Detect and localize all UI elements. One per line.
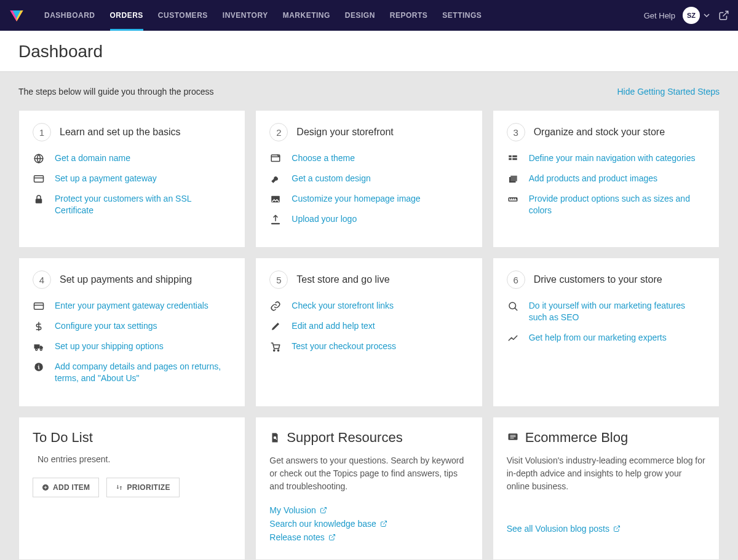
step-item-link[interactable]: Check your storefront links	[292, 300, 394, 312]
step-item-link[interactable]: Define your main navigation with categor…	[529, 152, 696, 164]
intro-bar: The steps below will guide you through t…	[18, 87, 720, 97]
step-item-link[interactable]: Do it yourself with our marketing featur…	[529, 300, 705, 323]
hide-steps-link[interactable]: Hide Getting Started Steps	[617, 87, 720, 97]
dollar-icon	[33, 321, 45, 332]
grid-icon	[507, 153, 519, 164]
svg-rect-17	[510, 176, 517, 181]
nav-tab-design[interactable]: DESIGN	[338, 0, 383, 31]
nav-tab-customers[interactable]: CUSTOMERS	[151, 0, 215, 31]
support-link[interactable]: My Volusion	[269, 505, 468, 515]
support-card: Support Resources Get answers to your qu…	[255, 417, 482, 560]
nav-tab-dashboard[interactable]: DASHBOARD	[37, 0, 103, 31]
step-item-link[interactable]: Protect your customers with an SSL Certi…	[55, 193, 231, 216]
step-item-link[interactable]: Get a custom design	[292, 173, 370, 184]
step-item-link[interactable]: Upload your logo	[292, 213, 357, 225]
globe-icon	[33, 153, 45, 164]
nav-tab-reports[interactable]: REPORTS	[383, 0, 435, 31]
card-icon	[33, 173, 45, 184]
svg-rect-15	[512, 158, 517, 160]
step-item: Check your storefront links	[269, 300, 468, 312]
step-item: Get help from our marketing experts	[507, 332, 705, 344]
todo-empty-text: No entries present.	[38, 454, 231, 464]
svg-rect-8	[36, 199, 42, 203]
step-item: Provide product options such as sizes an…	[507, 193, 705, 216]
step-item-link[interactable]: Choose a theme	[292, 152, 355, 164]
support-desc: Get answers to your questions. Search by…	[269, 454, 468, 493]
step-item-link[interactable]: Set up your shipping options	[55, 341, 164, 352]
blog-title: Ecommerce Blog	[525, 430, 629, 446]
step-item-link[interactable]: Enter your payment gateway credentials	[55, 300, 208, 312]
add-item-label: ADD ITEM	[53, 483, 90, 492]
step-title: Organize and stock your store	[534, 127, 665, 138]
step-card-4: 4Set up payments and shippingEnter your …	[18, 258, 245, 407]
svg-point-23	[40, 349, 42, 350]
nav-tab-orders[interactable]: ORDERS	[103, 0, 151, 31]
step-item-link[interactable]: Customize your homepage image	[292, 193, 420, 205]
step-title: Set up payments and shipping	[60, 274, 192, 285]
step-item: Add company details and pages on returns…	[33, 361, 231, 384]
step-title: Design your storefront	[296, 127, 393, 138]
step-item-link[interactable]: Add company details and pages on returns…	[55, 361, 231, 384]
svg-line-33	[331, 534, 335, 538]
nav-tab-inventory[interactable]: INVENTORY	[215, 0, 276, 31]
step-title: Drive customers to your store	[534, 274, 662, 285]
step-card-1: 1Learn and set up the basicsGet a domain…	[18, 110, 245, 248]
svg-point-26	[278, 350, 279, 351]
svg-rect-12	[509, 156, 512, 157]
svg-rect-6	[34, 176, 44, 183]
step-item: Enter your payment gateway credentials	[33, 300, 231, 312]
upload-icon	[269, 214, 282, 225]
image-icon	[269, 194, 282, 205]
step-item: Upload your logo	[269, 213, 468, 225]
step-item: Configure your tax settings	[33, 320, 231, 332]
support-link[interactable]: Search our knowledge base	[269, 519, 468, 529]
step-card-2: 2Design your storefrontChoose a themeGet…	[255, 110, 482, 248]
add-item-button[interactable]: ADD ITEM	[33, 478, 99, 497]
avatar[interactable]: SZ	[683, 7, 700, 24]
step-number: 1	[33, 123, 51, 141]
step-title: Learn and set up the basics	[60, 127, 181, 138]
open-external-icon[interactable]	[718, 10, 729, 21]
prioritize-button[interactable]: PRIORITIZE	[106, 478, 179, 497]
nav-tabs: DASHBOARDORDERSCUSTOMERSINVENTORYMARKETI…	[37, 0, 489, 31]
step-title: Test store and go live	[296, 274, 389, 285]
step-item: Protect your customers with an SSL Certi…	[33, 193, 231, 216]
intro-text: The steps below will guide you through t…	[18, 87, 214, 97]
step-item: Do it yourself with our marketing featur…	[507, 300, 705, 323]
step-item: Test your checkout process	[269, 341, 468, 352]
svg-line-35	[616, 526, 620, 529]
prioritize-label: PRIORITIZE	[127, 483, 170, 492]
step-item-link[interactable]: Provide product options such as sizes an…	[529, 193, 705, 216]
lock-icon	[33, 194, 45, 205]
nav-tab-marketing[interactable]: MARKETING	[276, 0, 338, 31]
nav-tab-settings[interactable]: SETTINGS	[435, 0, 489, 31]
svg-point-22	[36, 349, 38, 350]
document-search-icon	[269, 432, 280, 444]
step-item-link[interactable]: Get a domain name	[55, 152, 130, 164]
sort-icon	[116, 484, 123, 491]
support-link[interactable]: Release notes	[269, 532, 468, 542]
support-title: Support Resources	[287, 430, 402, 446]
step-number: 2	[269, 123, 288, 141]
svg-rect-14	[509, 158, 512, 160]
step-card-6: 6Drive customers to your storeDo it your…	[493, 258, 720, 407]
chevron-down-icon[interactable]	[704, 12, 710, 18]
blog-card: Ecommerce Blog Visit Volusion's industry…	[493, 417, 720, 560]
svg-rect-21	[34, 344, 40, 349]
step-number: 3	[507, 123, 525, 141]
plus-circle-icon	[42, 484, 49, 491]
step-item-link[interactable]: Set up a payment gateway	[55, 173, 157, 184]
step-item-link[interactable]: Add products and product images	[529, 173, 657, 184]
step-item-link[interactable]: Edit and add help text	[292, 320, 375, 332]
svg-point-11	[274, 197, 275, 199]
wrench-icon	[269, 173, 282, 184]
page-title: Dashboard	[18, 42, 720, 61]
get-help-link[interactable]: Get Help	[644, 11, 675, 20]
blog-link[interactable]: See all Volusion blog posts	[507, 524, 621, 534]
chat-icon	[507, 432, 519, 443]
step-item-link[interactable]: Get help from our marketing experts	[529, 332, 667, 344]
step-card-3: 3Organize and stock your storeDefine you…	[493, 110, 720, 248]
step-item-link[interactable]: Configure your tax settings	[55, 320, 157, 332]
svg-line-32	[383, 521, 387, 524]
step-item-link[interactable]: Test your checkout process	[292, 341, 396, 352]
